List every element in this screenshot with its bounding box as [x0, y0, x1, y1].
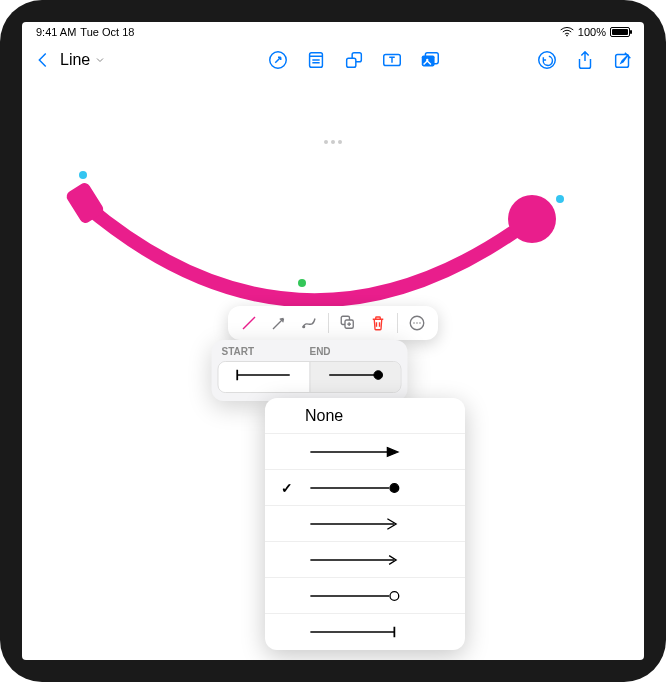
pen-tool-button[interactable]: [267, 49, 289, 71]
back-button[interactable]: [32, 49, 54, 71]
end-handle[interactable]: [556, 195, 564, 203]
svg-point-20: [413, 322, 415, 324]
endpoint-popover: START END: [211, 340, 407, 401]
endpoint-option-none[interactable]: None: [265, 398, 465, 434]
svg-rect-13: [64, 181, 105, 225]
none-label: None: [305, 407, 343, 425]
app-toolbar: Line: [22, 42, 644, 78]
svg-point-0: [566, 35, 568, 37]
canvas[interactable]: START END None: [22, 78, 644, 660]
svg-point-34: [390, 591, 399, 600]
more-button[interactable]: [402, 310, 432, 336]
svg-point-21: [416, 322, 418, 324]
start-tab-label: START: [221, 346, 309, 357]
ipad-frame: 9:41 AM Tue Oct 18 100% Line: [0, 0, 666, 682]
end-endpoint-tab[interactable]: [309, 362, 401, 392]
share-button[interactable]: [574, 49, 596, 71]
line-style-button[interactable]: [234, 310, 264, 336]
end-tab-label: END: [309, 346, 397, 357]
chevron-down-icon: [94, 54, 106, 66]
endpoint-option-arrow-solid[interactable]: [265, 434, 465, 470]
svg-point-15: [302, 325, 305, 328]
status-date: Tue Oct 18: [80, 26, 134, 38]
svg-point-14: [508, 195, 556, 243]
svg-marker-28: [387, 447, 398, 456]
start-handle[interactable]: [79, 171, 87, 179]
svg-point-30: [390, 483, 399, 492]
endpoint-option-arrow-thin[interactable]: [265, 542, 465, 578]
endpoint-option-arrow-open[interactable]: [265, 506, 465, 542]
document-title[interactable]: Line: [60, 51, 106, 69]
title-text: Line: [60, 51, 90, 69]
battery-percent: 100%: [578, 26, 606, 38]
screen: 9:41 AM Tue Oct 18 100% Line: [22, 22, 644, 660]
text-box-button[interactable]: [381, 49, 403, 71]
wifi-icon: [560, 27, 574, 37]
media-button[interactable]: [419, 49, 441, 71]
endpoint-style-list: None ✓: [265, 398, 465, 650]
svg-point-22: [419, 322, 421, 324]
status-right: 100%: [560, 26, 630, 38]
delete-button[interactable]: [363, 310, 393, 336]
arrow-style-button[interactable]: [264, 310, 294, 336]
mid-handle[interactable]: [298, 279, 306, 287]
shape-button[interactable]: [343, 49, 365, 71]
endpoint-option-circle-open[interactable]: [265, 578, 465, 614]
status-bar: 9:41 AM Tue Oct 18 100%: [22, 22, 644, 42]
page-dots: [324, 140, 342, 144]
duplicate-button[interactable]: [333, 310, 363, 336]
endpoint-option-bar[interactable]: [265, 614, 465, 650]
battery-icon: [610, 27, 630, 37]
svg-rect-6: [347, 58, 356, 67]
svg-point-26: [374, 371, 383, 380]
toolbar-center: [267, 49, 441, 71]
compose-button[interactable]: [612, 49, 634, 71]
status-time: 9:41 AM: [36, 26, 76, 38]
status-left: 9:41 AM Tue Oct 18: [36, 26, 134, 38]
endpoint-option-ball[interactable]: ✓: [265, 470, 465, 506]
start-endpoint-tab[interactable]: [218, 362, 309, 392]
undo-button[interactable]: [536, 49, 558, 71]
context-toolbar: [228, 306, 438, 340]
curve-button[interactable]: [294, 310, 324, 336]
note-button[interactable]: [305, 49, 327, 71]
